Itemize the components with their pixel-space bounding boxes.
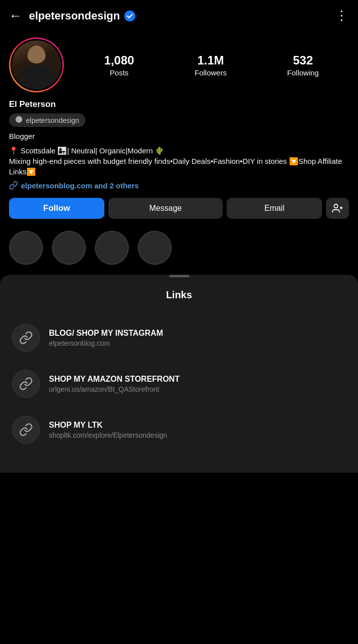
link-item-blog[interactable]: BLOG/ SHOP MY INSTAGRAM elpetersonblog.c…	[0, 315, 358, 361]
link-icon	[9, 181, 18, 190]
message-button[interactable]: Message	[108, 198, 223, 219]
link-text-block: BLOG/ SHOP MY INSTAGRAM elpetersonblog.c…	[49, 329, 163, 347]
link-icon-wrap	[12, 416, 40, 444]
link-url-amazon: urlgeni.us/amazon/Bt_QAStorefront	[49, 385, 180, 393]
bio-description: 📍 Scottsdale 👩‍👧| Neutral| Organic|Moder…	[9, 145, 349, 177]
highlight-item[interactable]	[52, 231, 86, 265]
avatar-ring[interactable]	[9, 37, 64, 92]
link-item-ltk[interactable]: SHOP MY LTK shopltk.com/explore/Elpeters…	[0, 407, 358, 453]
following-count: 532	[293, 53, 313, 67]
highlight-circle	[9, 231, 43, 265]
avatar	[10, 39, 62, 91]
following-label: Following	[287, 68, 319, 77]
bio-category: Blogger	[9, 131, 349, 141]
add-person-icon	[332, 203, 343, 214]
stat-posts[interactable]: 1,080 Posts	[104, 53, 134, 77]
svg-point-1	[334, 204, 338, 208]
chain-link-icon	[19, 377, 33, 391]
highlight-circle	[95, 231, 129, 265]
header-username: elpetersondesign	[29, 9, 120, 22]
chain-link-icon	[19, 331, 33, 345]
bio-link-text: elpetersonblog.com and 2 others	[21, 181, 139, 190]
link-url-blog: elpetersonblog.com	[49, 339, 163, 347]
highlight-circle	[138, 231, 172, 265]
add-friend-button[interactable]	[326, 198, 349, 219]
svg-point-0	[124, 10, 135, 21]
verified-badge-icon	[124, 10, 136, 22]
threads-badge[interactable]: elpetersondesign	[9, 113, 85, 127]
stats-row: 1,080 Posts 1.1M Followers 532 Following	[74, 53, 349, 77]
link-url-ltk: shopltk.com/explore/Elpetersondesign	[49, 431, 167, 439]
link-title-ltk: SHOP MY LTK	[49, 421, 167, 430]
sheet-drag-handle[interactable]	[169, 275, 189, 277]
avatar-image	[12, 40, 61, 89]
followers-count: 1.1M	[197, 53, 224, 67]
followers-label: Followers	[195, 68, 227, 77]
chain-link-icon	[19, 423, 33, 437]
profile-section: 1,080 Posts 1.1M Followers 532 Following…	[0, 31, 358, 269]
highlight-item[interactable]	[9, 231, 43, 265]
highlight-item[interactable]	[95, 231, 129, 265]
posts-count: 1,080	[104, 53, 134, 67]
links-bottom-sheet: Links BLOG/ SHOP MY INSTAGRAM elpeterson…	[0, 275, 358, 473]
link-text-block: SHOP MY AMAZON STOREFRONT urlgeni.us/ama…	[49, 375, 180, 393]
email-button[interactable]: Email	[227, 198, 322, 219]
link-icon-wrap	[12, 324, 40, 352]
stat-followers[interactable]: 1.1M Followers	[195, 53, 227, 77]
action-buttons: Follow Message Email	[9, 198, 349, 219]
back-button[interactable]: ←	[9, 8, 22, 23]
stat-following[interactable]: 532 Following	[287, 53, 319, 77]
header: ← elpetersondesign ⋮	[0, 0, 358, 31]
display-name: El Peterson	[9, 99, 349, 109]
highlight-circle	[52, 231, 86, 265]
bio-link[interactable]: elpetersonblog.com and 2 others	[9, 181, 349, 190]
links-sheet-title: Links	[0, 289, 358, 301]
link-title-blog: BLOG/ SHOP MY INSTAGRAM	[49, 329, 163, 338]
highlight-item[interactable]	[138, 231, 172, 265]
highlights-row	[9, 227, 349, 269]
more-options-button[interactable]: ⋮	[335, 8, 349, 23]
link-title-amazon: SHOP MY AMAZON STOREFRONT	[49, 375, 180, 384]
link-text-block: SHOP MY LTK shopltk.com/explore/Elpeters…	[49, 421, 167, 439]
profile-top-row: 1,080 Posts 1.1M Followers 532 Following	[9, 37, 349, 92]
threads-icon	[15, 115, 23, 125]
username-row: elpetersondesign	[29, 9, 335, 22]
follow-button[interactable]: Follow	[9, 198, 104, 219]
threads-logo-icon	[15, 115, 23, 123]
posts-label: Posts	[110, 68, 129, 77]
link-icon-wrap	[12, 370, 40, 398]
link-item-amazon[interactable]: SHOP MY AMAZON STOREFRONT urlgeni.us/ama…	[0, 361, 358, 407]
threads-handle: elpetersondesign	[26, 116, 79, 124]
